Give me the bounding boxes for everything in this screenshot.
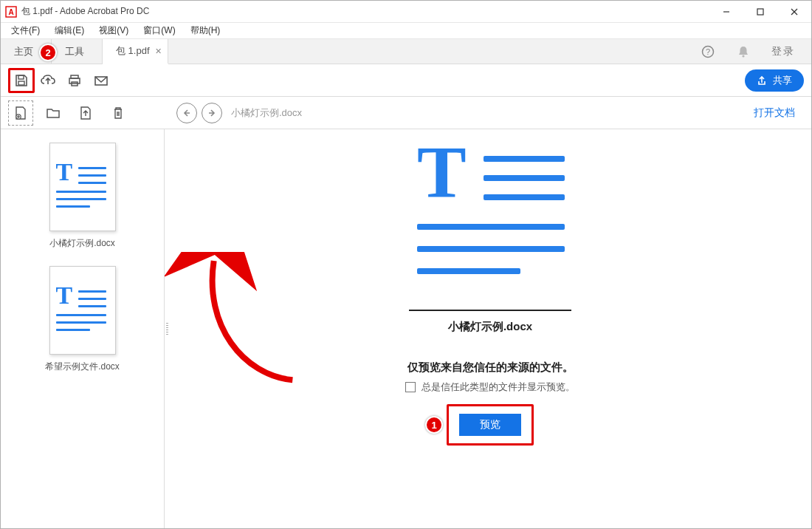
app-icon: A: [5, 6, 17, 18]
tab-document[interactable]: 包 1.pdf ✕: [103, 39, 168, 64]
folder-button[interactable]: [41, 100, 66, 126]
save-button[interactable]: [8, 68, 35, 93]
help-icon[interactable]: ?: [701, 44, 715, 59]
notification-bell-icon[interactable]: [736, 44, 751, 59]
list-item[interactable]: T 小橘灯示例.docx: [38, 143, 127, 250]
preview-divider: [409, 310, 571, 311]
menu-edit[interactable]: 编辑(E): [47, 23, 92, 38]
maximize-button[interactable]: [743, 1, 777, 23]
file-thumbnail-icon: T: [49, 266, 116, 355]
open-document-link[interactable]: 打开文档: [754, 106, 811, 120]
close-button[interactable]: [777, 1, 811, 23]
menu-file[interactable]: 文件(F): [4, 23, 47, 38]
preview-pane: T 小橘灯示例.docx 仅预览来自您信任的来源的文件。 总是信任此类型的文件并…: [169, 129, 811, 529]
add-file-button[interactable]: [8, 100, 33, 126]
tab-tools[interactable]: 工具: [52, 39, 103, 64]
delete-button[interactable]: [106, 100, 131, 126]
preview-filename: 小橘灯示例.docx: [448, 320, 532, 334]
file-thumbnail-icon: T: [49, 143, 116, 231]
toolbar: 共享: [1, 64, 811, 97]
file-label: 希望示例文件.docx: [38, 361, 127, 373]
window-controls: [709, 1, 811, 23]
trust-warning-heading: 仅预览来自您信任的来源的文件。: [407, 361, 574, 375]
svg-rect-10: [18, 81, 24, 85]
svg-text:?: ?: [706, 47, 710, 56]
trust-checkbox-row[interactable]: 总是信任此类型的文件并显示预览。: [405, 380, 575, 394]
main-body: T 小橘灯示例.docx T: [1, 129, 811, 529]
share-button[interactable]: 共享: [745, 69, 804, 92]
annotation-badge-2: 2: [39, 44, 57, 61]
list-item[interactable]: T 希望示例文件.docx: [38, 266, 127, 373]
tab-document-label: 包 1.pdf: [116, 44, 150, 58]
share-button-label: 共享: [773, 74, 792, 87]
menu-view[interactable]: 视图(V): [92, 23, 136, 38]
trust-checkbox-label: 总是信任此类型的文件并显示预览。: [422, 380, 575, 394]
extract-file-button[interactable]: [73, 100, 98, 126]
annotation-badge-1: 1: [425, 416, 443, 434]
svg-rect-12: [69, 78, 80, 83]
window-title: 包 1.pdf - Adobe Acrobat Pro DC: [21, 5, 709, 18]
svg-rect-3: [757, 9, 763, 15]
nav-back-button[interactable]: [176, 103, 197, 123]
tab-close-icon[interactable]: ✕: [155, 47, 162, 56]
menu-window[interactable]: 窗口(W): [136, 23, 182, 38]
file-label: 小橘灯示例.docx: [38, 237, 127, 250]
sign-in-link[interactable]: 登录: [771, 45, 795, 58]
cloud-upload-button[interactable]: [35, 68, 61, 93]
sub-toolbar: 小橘灯示例.docx 打开文档: [1, 97, 811, 129]
menu-bar: 文件(F) 编辑(E) 视图(V) 窗口(W) 帮助(H): [1, 23, 811, 39]
print-button[interactable]: [61, 68, 88, 93]
tab-row: 主页 工具 包 1.pdf ✕ ? 登录: [1, 39, 811, 64]
title-bar: A 包 1.pdf - Adobe Acrobat Pro DC: [1, 1, 811, 23]
share-icon: [757, 75, 767, 86]
breadcrumb: 小橘灯示例.docx: [231, 106, 302, 120]
mail-button[interactable]: [88, 68, 114, 93]
preview-button-highlight: 1 预览: [447, 404, 534, 446]
preview-button[interactable]: 预览: [459, 414, 521, 436]
menu-help[interactable]: 帮助(H): [183, 23, 228, 38]
minimize-button[interactable]: [709, 1, 743, 23]
checkbox-icon[interactable]: [405, 382, 416, 392]
portfolio-file-list: T 小橘灯示例.docx T: [1, 129, 165, 529]
preview-doc-icon: T: [413, 146, 568, 293]
nav-forward-button[interactable]: [202, 103, 222, 123]
svg-text:A: A: [8, 8, 13, 16]
svg-point-8: [742, 55, 744, 57]
